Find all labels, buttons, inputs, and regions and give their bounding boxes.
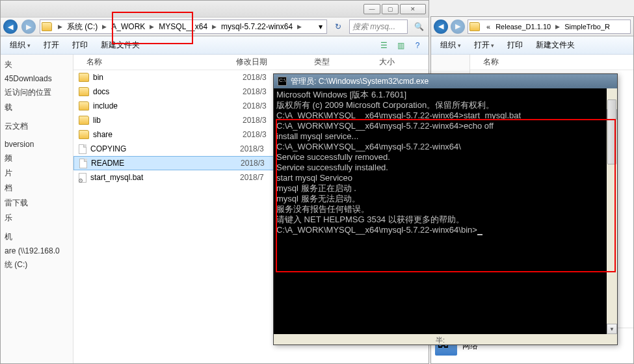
breadcrumb-seg[interactable]: A_WORK [109, 20, 148, 33]
column-headers[interactable]: 名称 [470, 55, 633, 70]
nav-item[interactable]: 机 [1, 229, 73, 244]
col-name[interactable]: 名称 [483, 57, 499, 68]
maximize-button[interactable]: ▢ [382, 4, 399, 14]
file-name: share [93, 130, 243, 139]
cmd-title-text: 管理员: C:\Windows\System32\cmd.exe [291, 76, 429, 87]
nav-item[interactable]: 档 [1, 181, 73, 196]
hscroll-label: 半: [436, 335, 445, 344]
nav-pane[interactable]: 夹45Downloads近访问的位置载云文档bversion频片档雷下载乐机ar… [1, 55, 73, 363]
cmd-text: Microsoft Windows [版本 6.1.7601]版权所有 (c) … [276, 90, 614, 235]
folder-icon [79, 87, 89, 96]
organize-button[interactable]: 组织 [5, 38, 36, 53]
breadcrumb[interactable]: « Release_D1.1.10 ▶ SimpleTrbo_R [468, 20, 631, 34]
cmd-window[interactable]: C:\ 管理员: C:\Windows\System32\cmd.exe Mic… [273, 73, 618, 345]
breadcrumb-seg[interactable]: SimpleTrbo_R [562, 20, 613, 33]
file-icon [79, 144, 86, 154]
chevron-right-icon[interactable]: ▶ [295, 23, 304, 30]
open-button[interactable]: 打开 [469, 38, 500, 53]
file-name: start_mysql.bat [90, 173, 240, 182]
nav-item[interactable]: 频 [1, 151, 73, 166]
file-name: docs [93, 87, 243, 96]
chevron-right-icon[interactable]: ▶ [148, 23, 156, 30]
file-icon [79, 159, 87, 168]
folder-icon [79, 116, 89, 125]
scrollbar-vertical[interactable]: ▲ ▼ [607, 88, 617, 344]
open-button[interactable]: 打开 [38, 38, 64, 53]
col-date[interactable]: 修改日期 [236, 57, 314, 68]
new-folder-button[interactable]: 新建文件夹 [96, 38, 145, 53]
nav-item[interactable]: 载 [1, 100, 73, 115]
file-name: bin [93, 73, 243, 82]
nav-back-button[interactable]: ◀ [3, 20, 18, 34]
close-button[interactable]: ✕ [400, 4, 426, 14]
search-input[interactable]: 搜索 mysq... [349, 20, 408, 34]
col-name[interactable]: 名称 [73, 57, 236, 68]
nav-forward-button[interactable]: ▶ [451, 20, 465, 34]
nav-item[interactable]: 夹 [1, 57, 73, 72]
breadcrumb-seg[interactable]: « [484, 20, 493, 33]
search-icon[interactable]: 🔍 [412, 22, 426, 31]
chevron-right-icon[interactable]: ▶ [56, 23, 64, 30]
refresh-button[interactable]: ↻ [331, 22, 345, 31]
print-button[interactable]: 打印 [502, 38, 528, 53]
cmd-titlebar[interactable]: C:\ 管理员: C:\Windows\System32\cmd.exe [274, 74, 617, 88]
nav-item[interactable]: 片 [1, 166, 73, 181]
nav-forward-button[interactable]: ▶ [21, 20, 36, 34]
breadcrumb-seg[interactable]: Release_D1.1.10 [493, 20, 553, 33]
cmd-output[interactable]: Microsoft Windows [版本 6.1.7601]版权所有 (c) … [274, 88, 617, 344]
column-headers[interactable]: 名称 修改日期 类型 大小 [73, 55, 429, 70]
nav-item[interactable]: 云文档 [1, 119, 73, 134]
folder-icon [469, 22, 480, 31]
file-icon [79, 173, 86, 183]
new-folder-button[interactable]: 新建文件夹 [531, 38, 580, 53]
folder-icon [79, 101, 89, 110]
nav-item[interactable]: 近访问的位置 [1, 85, 73, 100]
folder-icon [79, 73, 89, 82]
chevron-right-icon[interactable]: ▶ [553, 23, 562, 30]
folder-icon [42, 22, 52, 31]
col-size[interactable]: 大小 [379, 57, 429, 68]
breadcrumb[interactable]: ▶ 系统 (C:) ▶ A_WORK ▶ MYSQL__x64 ▶ mysql-… [40, 20, 327, 34]
minimize-button[interactable]: — [363, 4, 380, 14]
cmd-icon: C:\ [278, 77, 287, 86]
address-bar: ◀ ▶ « Release_D1.1.10 ▶ SimpleTrbo_R [431, 17, 633, 36]
chevron-right-icon[interactable]: ▶ [100, 23, 109, 30]
scroll-down-button[interactable]: ▼ [607, 324, 617, 334]
folder-icon [79, 130, 89, 139]
nav-item[interactable]: 统 (C:) [1, 257, 73, 272]
breadcrumb-seg[interactable]: mysql-5.7.22-winx64 [218, 20, 295, 33]
file-name: lib [93, 116, 243, 125]
col-type[interactable]: 类型 [314, 57, 379, 68]
organize-button[interactable]: 组织 [435, 38, 466, 53]
file-name: COPYING [90, 144, 240, 153]
preview-pane-icon[interactable]: ▥ [393, 38, 408, 53]
nav-item[interactable]: 雷下载 [1, 196, 73, 211]
titlebar[interactable]: — ▢ ✕ [1, 1, 429, 17]
file-name: README [91, 159, 241, 168]
print-button[interactable]: 打印 [67, 38, 93, 53]
breadcrumb-seg[interactable]: MYSQL__x64 [156, 20, 210, 33]
nav-item[interactable]: bversion [1, 138, 73, 151]
help-icon[interactable]: ? [410, 38, 425, 53]
chevron-right-icon[interactable]: ▶ [210, 23, 218, 30]
toolbar: 组织 打开 打印 新建文件夹 ☰ ▥ ? [1, 36, 429, 55]
breadcrumb-seg[interactable]: 系统 (C:) [64, 20, 100, 33]
file-name: include [93, 101, 243, 110]
address-bar: ◀ ▶ ▶ 系统 (C:) ▶ A_WORK ▶ MYSQL__x64 ▶ my… [1, 17, 429, 36]
scrollbar-thumb[interactable] [607, 99, 616, 164]
nav-item[interactable]: are (\\192.168.0 [1, 244, 73, 257]
nav-item[interactable]: 乐 [1, 211, 73, 226]
nav-item[interactable]: 45Downloads [1, 72, 73, 85]
view-options-icon[interactable]: ☰ [376, 38, 391, 53]
scrollbar-horizontal[interactable]: ◀ 半: [274, 334, 607, 344]
nav-back-button[interactable]: ◀ [434, 20, 448, 34]
toolbar: 组织 打开 打印 新建文件夹 [431, 36, 633, 55]
breadcrumb-dropdown[interactable]: ▾ [316, 20, 325, 33]
